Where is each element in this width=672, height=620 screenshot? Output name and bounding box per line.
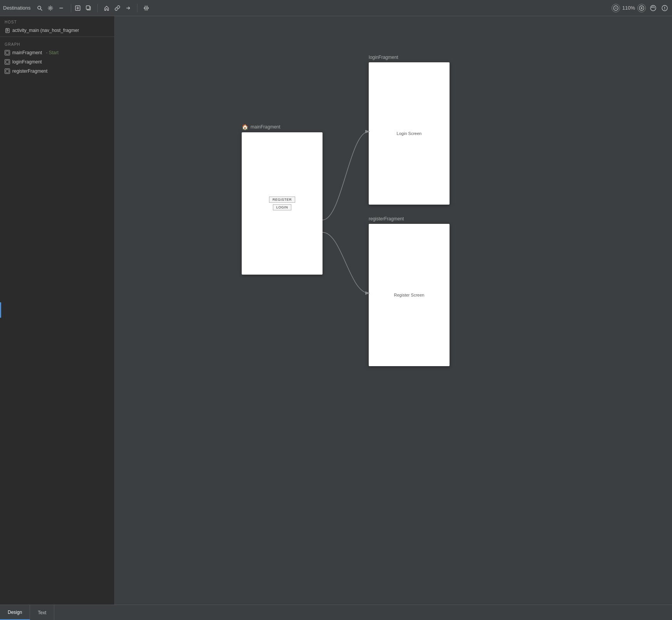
login-fragment-label: loginFragment	[369, 55, 450, 60]
sidebar-item-registerfragment[interactable]: registerFragment	[0, 67, 114, 76]
zoom-out-button[interactable]	[612, 4, 620, 12]
svg-point-0	[38, 6, 41, 9]
login-button[interactable]: LOGIN	[273, 204, 292, 210]
fragment-icon-login	[5, 59, 10, 65]
bottom-tabs: Design Text	[0, 605, 672, 620]
sidebar-register-fragment-name: registerFragment	[12, 68, 47, 74]
tab-design[interactable]: Design	[0, 605, 30, 620]
login-fragment-card[interactable]: Login Screen	[369, 62, 450, 205]
svg-point-17	[664, 9, 665, 10]
host-file-icon	[5, 28, 10, 33]
link-icon[interactable]	[113, 4, 122, 12]
main-fragment-label: 🏠 mainFragment	[242, 124, 323, 130]
sidebar: HOST activity_main (nav_host_fragmer GRA…	[0, 16, 115, 605]
register-fragment-wrapper: registerFragment Register Screen	[369, 216, 450, 366]
toolbar-divider-3	[137, 4, 137, 12]
svg-rect-18	[6, 28, 9, 33]
sidebar-login-fragment-name: loginFragment	[12, 59, 42, 65]
sidebar-item-loginfragment[interactable]: loginFragment	[0, 57, 114, 67]
svg-rect-22	[6, 51, 9, 54]
toolbar-center-icons	[74, 4, 150, 12]
toolbar-divider-2	[97, 4, 98, 12]
register-screen-label: Register Screen	[394, 293, 425, 297]
zoom-level: 110%	[622, 5, 635, 11]
settings-icon[interactable]	[46, 4, 55, 12]
toolbar-left-icons	[35, 4, 65, 12]
main-fragment-card[interactable]: REGISTER LOGIN	[242, 132, 323, 275]
svg-rect-23	[6, 60, 9, 63]
minus-icon[interactable]	[57, 4, 65, 12]
toolbar: Destinations	[0, 0, 672, 16]
new-destination-icon[interactable]	[74, 4, 82, 12]
sidebar-host-item-label: activity_main (nav_host_fragmer	[12, 28, 79, 33]
sidebar-main-fragment-start: - Start	[46, 50, 59, 55]
login-fragment-label-text: loginFragment	[369, 55, 398, 60]
register-button[interactable]: REGISTER	[269, 197, 295, 203]
fragment-icon-register	[5, 68, 10, 74]
sidebar-item-mainfragment[interactable]: mainFragment - Start	[0, 48, 114, 57]
svg-rect-8	[86, 6, 90, 9]
move-icon[interactable]	[142, 4, 150, 12]
home-nav-icon[interactable]	[102, 4, 111, 12]
svg-point-14	[650, 5, 656, 11]
zoom-control: 110%	[612, 4, 646, 12]
sidebar-host-label: HOST	[0, 16, 114, 26]
toolbar-title: Destinations	[3, 5, 31, 11]
login-fragment-wrapper: loginFragment Login Screen	[369, 55, 450, 205]
sidebar-divider	[0, 37, 114, 37]
main-area: HOST activity_main (nav_host_fragmer GRA…	[0, 16, 672, 605]
zoom-in-button[interactable]	[637, 4, 646, 12]
left-edge-indicator	[0, 302, 1, 318]
main-fragment-content: REGISTER LOGIN	[242, 132, 323, 275]
register-fragment-content: Register Screen	[369, 224, 450, 366]
warning-icon[interactable]	[660, 4, 669, 12]
tab-design-label: Design	[8, 610, 22, 615]
sidebar-item-host[interactable]: activity_main (nav_host_fragmer	[0, 26, 114, 35]
svg-line-1	[40, 9, 42, 10]
search-icon[interactable]	[35, 4, 44, 12]
toolbar-right: 110%	[612, 4, 669, 12]
login-screen-label: Login Screen	[397, 131, 422, 136]
arrow-icon[interactable]	[124, 4, 132, 12]
fragment-icon-main	[5, 50, 10, 55]
register-fragment-label-text: registerFragment	[369, 216, 404, 222]
svg-point-2	[50, 7, 51, 9]
login-fragment-content: Login Screen	[369, 62, 450, 205]
main-fragment-home-icon: 🏠	[242, 124, 248, 130]
main-fragment-label-text: mainFragment	[251, 124, 280, 130]
register-fragment-label: registerFragment	[369, 216, 450, 222]
register-fragment-card[interactable]: Register Screen	[369, 224, 450, 366]
sidebar-main-fragment-name: mainFragment	[12, 50, 42, 55]
sidebar-graph-label: GRAPH	[0, 38, 114, 48]
svg-rect-24	[6, 70, 9, 73]
tab-text-label: Text	[38, 610, 46, 615]
tab-text[interactable]: Text	[30, 605, 54, 620]
main-fragment-wrapper: 🏠 mainFragment REGISTER LOGIN	[242, 124, 323, 275]
refresh-icon[interactable]	[649, 4, 657, 12]
toolbar-divider-1	[71, 4, 71, 12]
copy-icon[interactable]	[84, 4, 93, 12]
canvas-area[interactable]: 🏠 mainFragment REGISTER LOGIN loginFragm…	[115, 16, 672, 605]
